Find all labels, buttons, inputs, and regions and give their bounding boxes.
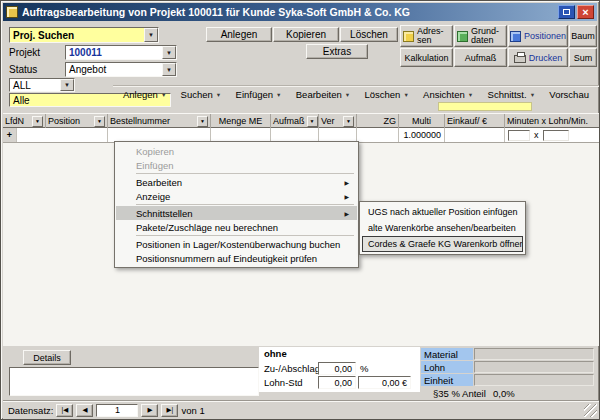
column-header-lfdn[interactable]: LfdN ▼ [3,114,46,128]
grunddaten-button[interactable]: Grund- daten [454,25,507,47]
column-header-einkauf[interactable]: Einkauf/ € [445,114,505,128]
details-text-area[interactable] [9,367,259,396]
dropdown-arrow-icon[interactable]: ▼ [468,92,473,98]
proj-suchen-combo[interactable]: Proj. Suchen ▼ [9,27,159,43]
app-window: Auftragsbearbeitung von Projekt 100011 f… [0,0,600,420]
dropdown-arrow-icon[interactable]: ▼ [60,79,74,91]
context-menu-item-bearbeiten[interactable]: Bearbeiten ▶ [116,175,357,189]
column-header-ver[interactable]: Ver ▼ [319,114,357,128]
kalkulation-button[interactable]: Kalkulation [400,48,453,67]
menu-anlegen[interactable]: Anlegen ▼ [123,89,166,100]
positionen-button[interactable]: Positionen [508,25,568,47]
column-header-multi[interactable]: Multi [399,114,445,128]
adressen-button[interactable]: Adres- sen [400,25,453,47]
minuten-lohn-cell[interactable]: x [505,128,599,142]
column-header-position[interactable]: Position ▼ [46,114,108,128]
aufmass-cell[interactable] [271,128,319,142]
context-menu-item-anzeige[interactable]: Anzeige ▶ [116,189,357,203]
anlegen-button[interactable]: Anlegen [206,27,272,42]
last-record-button[interactable]: ▶| [161,404,178,417]
anteil-value: 0,0% [493,389,515,399]
multi-cell[interactable]: 1.000000 [399,128,445,142]
menu-bearbeiten[interactable]: Bearbeiten ▼ [296,89,350,100]
dropdown-arrow-icon[interactable]: ▼ [162,63,176,76]
column-header-bestellnummer[interactable]: Bestellnummer ▼ [108,114,211,128]
menu-item-label: Positionen in Lager/Kostenüberwachung bu… [136,239,340,250]
context-menu-item-einfuegen: Einfügen [116,158,357,172]
dropdown-arrow-icon[interactable]: ▼ [345,92,350,98]
baum-button[interactable]: Baum [569,25,597,47]
menu-einfuegen-label: Einfügen [236,89,274,100]
bestellnummer-cell[interactable] [108,128,211,142]
minuten-field[interactable] [508,130,530,141]
menu-schnittst[interactable]: Schnittst. ▼ [488,89,536,100]
lohn-min-field[interactable] [543,130,569,141]
submenu-item-alte-warenkoerbe[interactable]: alte Warenkörbe ansehen/bearbeiten [362,220,523,236]
record-number-field[interactable]: 1 [96,404,138,417]
drucken-button[interactable]: Drucken [508,48,568,67]
projekt-combo[interactable]: 100011 ▼ [65,45,177,60]
restore-button[interactable] [558,5,575,19]
context-menu-item-eindeutigkeit-pruefen[interactable]: Positionsnummern auf Eindeutigkeit prüfe… [116,251,357,265]
record-count-label: von 1 [181,405,204,416]
column-header-zg[interactable]: ZG [357,114,399,128]
column-header-minuten-lohn[interactable]: Minuten x Lohn/Min. [505,114,599,128]
all-filter-combo[interactable]: ALL ▼ [9,78,75,92]
dropdown-arrow-icon[interactable]: ▼ [161,92,166,98]
dropdown-arrow-icon[interactable]: ▼ [343,116,354,127]
dropdown-arrow-icon[interactable]: ▼ [197,116,208,127]
lohn-field[interactable] [474,361,594,373]
grunddaten-icon [457,31,468,42]
proj-suchen-label: Proj. Suchen [10,28,144,42]
close-button[interactable]: × [577,5,594,19]
menu-suchen[interactable]: Suchen ▼ [181,89,222,100]
dropdown-arrow-icon[interactable]: ▼ [403,92,408,98]
titlebar-buttons: × [558,5,594,19]
extras-button[interactable]: Extras [306,44,368,59]
kopieren-button[interactable]: Kopieren [273,27,339,42]
context-menu-item-lager-buchen[interactable]: Positionen in Lager/Kostenüberwachung bu… [116,237,357,251]
zg-cell[interactable] [357,128,399,142]
resize-grip-icon[interactable] [584,404,597,417]
menu-vorschau[interactable]: Vorschau [549,89,589,100]
dropdown-arrow-icon[interactable]: ▼ [162,46,176,59]
dropdown-arrow-icon[interactable]: ▼ [216,92,221,98]
row-selector-cell[interactable]: + [3,128,17,142]
column-label: Menge ME [219,116,263,126]
menu-ansichten[interactable]: Ansichten ▼ [423,89,473,100]
dropdown-arrow-icon[interactable]: ▼ [530,92,535,98]
lohn-eur-field[interactable]: 0,00 € [358,376,411,389]
lfdn-cell[interactable] [17,128,108,142]
column-header-aufmass[interactable]: Aufmaß ▼ [271,114,319,128]
sum-button[interactable]: Sum [569,48,597,67]
dropdown-arrow-icon[interactable]: ▼ [276,92,281,98]
aufmass-button[interactable]: Aufmaß [454,48,507,67]
submenu-item-cordes-graefe-warenkorb[interactable]: Cordes & Graefe KG Warenkorb öffnen [362,236,523,252]
status-combo[interactable]: Angebot ▼ [65,62,177,77]
column-label: Aufmaß [273,116,305,126]
details-button[interactable]: Details [23,350,71,365]
menu-loeschen[interactable]: Löschen ▼ [364,89,408,100]
dropdown-arrow-icon[interactable]: ▼ [307,116,318,127]
material-field[interactable] [474,348,594,360]
column-header-menge-me[interactable]: Menge ME [211,114,271,128]
menu-einfuegen[interactable]: Einfügen ▼ [236,89,282,100]
einheit-field[interactable] [474,374,594,386]
context-menu-item-pakete-zuschlaege[interactable]: Pakete/Zuschläge neu berechnen [116,220,357,234]
context-menu-item-schnittstellen[interactable]: Schnittstellen ▶ [116,206,357,220]
lohn-std-field[interactable]: 0,00 [318,376,356,389]
first-record-button[interactable]: |◀ [56,404,73,417]
submenu-item-ugs-einfuegen[interactable]: UGS nach aktueller Position einfügen [362,204,523,220]
dropdown-arrow-icon[interactable]: ▼ [94,116,105,127]
ver-cell[interactable] [319,128,357,142]
einkauf-cell[interactable] [445,128,505,142]
next-record-button[interactable]: ▶ [141,404,158,417]
dropdown-arrow-icon[interactable]: ▼ [32,116,43,127]
times-label: x [534,130,539,140]
prev-record-button[interactable]: ◀ [76,404,93,417]
menge-cell[interactable] [211,128,271,142]
loeschen-button[interactable]: Löschen [340,27,398,42]
dropdown-arrow-icon[interactable]: ▼ [144,28,158,42]
ohne-label: ohne [264,349,287,359]
zu-abschlag-field[interactable]: 0,00 [318,362,356,375]
